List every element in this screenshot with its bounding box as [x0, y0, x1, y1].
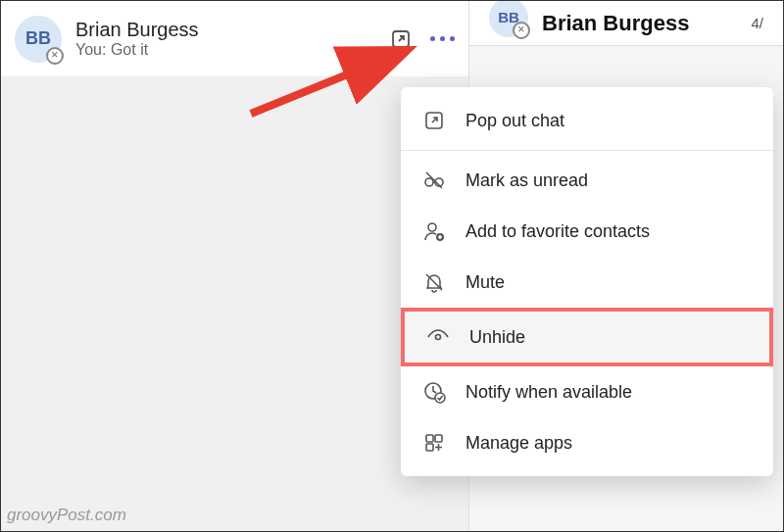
avatar: BB [15, 16, 62, 63]
eye-icon [426, 325, 450, 349]
pop-out-icon [422, 109, 446, 132]
svg-rect-9 [426, 435, 433, 442]
glasses-off-icon [422, 169, 446, 192]
conversation-date: 4/ [751, 15, 763, 31]
menu-item-manage-apps[interactable]: Manage apps [401, 417, 773, 468]
chat-text: Brian Burgess You: Got it [75, 19, 388, 59]
presence-offline-icon [513, 22, 530, 39]
menu-item-pop-out[interactable]: Pop out chat [401, 95, 773, 146]
chat-name: Brian Burgess [75, 19, 388, 41]
conversation-title: Brian Burgess [542, 11, 689, 36]
svg-rect-10 [435, 435, 442, 442]
avatar: BB [489, 0, 528, 37]
conversation-header: BB Brian Burgess 4/ [469, 1, 783, 46]
menu-item-add-favorite[interactable]: Add to favorite contacts [401, 206, 773, 257]
svg-rect-11 [426, 444, 433, 451]
clock-check-icon [422, 380, 446, 404]
menu-label: Notify when available [466, 382, 632, 403]
avatar-initials: BB [25, 28, 51, 49]
context-menu: Pop out chat Mark as unread Add to favor… [401, 87, 773, 476]
menu-item-mute[interactable]: Mute [401, 257, 773, 308]
menu-label: Mark as unread [466, 170, 588, 191]
person-add-icon [422, 219, 446, 243]
presence-offline-icon [46, 47, 64, 65]
svg-point-2 [425, 178, 433, 186]
menu-label: Unhide [469, 327, 525, 348]
menu-item-unhide[interactable]: Unhide [401, 308, 773, 366]
chat-actions [388, 26, 455, 52]
chat-list-item[interactable]: BB Brian Burgess You: Got it [1, 1, 468, 77]
bell-off-icon [422, 270, 446, 294]
chat-preview: You: Got it [75, 41, 388, 59]
menu-item-notify[interactable]: Notify when available [401, 366, 773, 417]
ellipsis-icon [430, 36, 455, 41]
apps-icon [422, 431, 446, 455]
menu-label: Manage apps [466, 433, 572, 454]
menu-divider [401, 150, 773, 151]
pop-out-icon[interactable] [388, 26, 414, 52]
menu-label: Pop out chat [466, 111, 564, 131]
chat-list-panel: BB Brian Burgess You: Got it [1, 1, 469, 531]
svg-point-8 [435, 393, 445, 403]
svg-point-6 [436, 335, 441, 340]
more-options-button[interactable] [429, 26, 455, 52]
menu-label: Add to favorite contacts [466, 221, 650, 242]
svg-point-4 [428, 223, 436, 231]
menu-item-mark-unread[interactable]: Mark as unread [401, 155, 773, 206]
watermark: groovyPost.com [7, 506, 126, 525]
menu-label: Mute [466, 272, 505, 293]
